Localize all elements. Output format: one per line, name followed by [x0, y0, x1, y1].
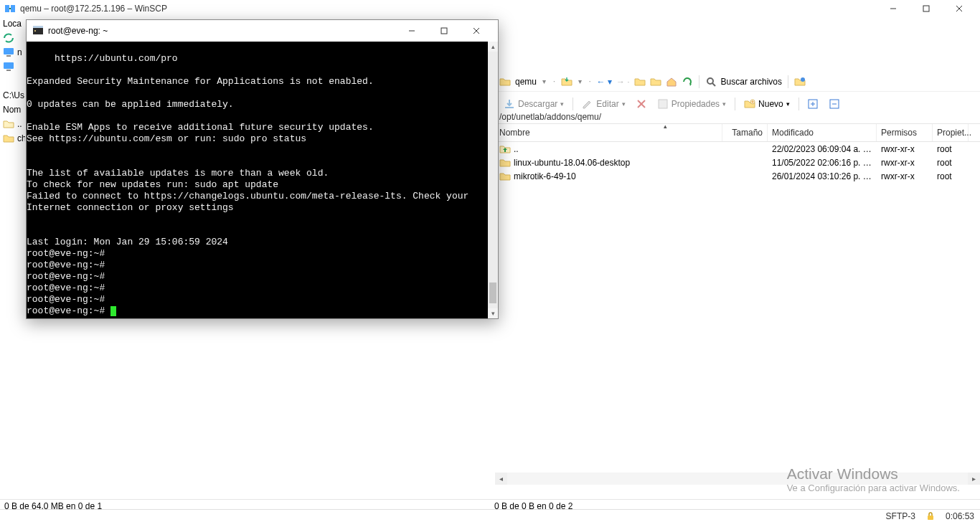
protocol-label: SFTP-3	[886, 511, 915, 521]
terminal-close-button[interactable]	[460, 20, 492, 42]
folder-icon	[499, 157, 511, 169]
local-row-1[interactable]: ch	[0, 131, 25, 146]
delete-icon	[637, 100, 646, 108]
terminal-maximize-button[interactable]	[428, 20, 460, 42]
toolbar-row	[0, 31, 25, 45]
col-owner[interactable]: Propiet...	[933, 124, 969, 141]
putty-icon	[32, 25, 44, 37]
svg-rect-3	[923, 6, 929, 11]
svg-rect-13	[505, 107, 514, 108]
search-files-button[interactable]: Buscar archivos	[721, 77, 782, 87]
horizontal-scrollbar[interactable]: ◂ ▸	[495, 473, 980, 485]
remote-breadcrumb-row: qemu ▾ · ▾ · ← ▾ → · Buscar archivos	[495, 72, 980, 91]
sync-icon[interactable]	[3, 32, 14, 44]
close-button[interactable]	[943, 0, 976, 16]
maximize-button[interactable]	[910, 0, 943, 16]
svg-rect-20	[928, 516, 933, 520]
local-header[interactable]: Nom	[0, 103, 25, 117]
col-size[interactable]: Tamaño	[722, 124, 768, 141]
monitor-icon	[3, 47, 14, 58]
svg-line-11	[712, 83, 715, 86]
folder-icon	[499, 171, 511, 182]
folder-tree-icon[interactable]	[650, 76, 661, 87]
terminal-minimize-button[interactable]	[395, 20, 428, 42]
session-time: 0:06:53	[946, 511, 974, 521]
scroll-up-icon[interactable]: ▴	[488, 42, 498, 52]
remote-folder-name[interactable]: qemu	[515, 77, 537, 87]
svg-rect-16	[659, 100, 667, 108]
download-button[interactable]: Descargar▾	[499, 97, 568, 111]
plus-button[interactable]	[804, 98, 822, 110]
folder-nav-icon[interactable]	[561, 76, 573, 87]
svg-rect-22	[33, 26, 43, 28]
svg-point-12	[801, 77, 805, 82]
minus-button[interactable]	[825, 98, 844, 110]
sort-asc-icon: ▴	[664, 123, 667, 130]
svg-point-23	[34, 30, 36, 32]
svg-point-10	[707, 78, 713, 84]
scrollbar-thumb[interactable]	[489, 283, 496, 303]
file-row[interactable]: mikrotik-6-49-1026/01/2024 03:10:26 p. m…	[495, 169, 980, 183]
parent-folder-icon	[499, 143, 511, 155]
back-button[interactable]: ← ▾	[597, 77, 612, 87]
winscp-icon	[4, 3, 16, 14]
dropdown-icon[interactable]: ▾	[542, 77, 546, 85]
local-up-row[interactable]: ..	[0, 117, 25, 131]
folder-icon	[499, 76, 511, 87]
terminal-window: root@eve-ng: ~ https://ubuntu.com/pro Ex…	[26, 19, 499, 319]
svg-rect-1	[11, 5, 15, 12]
svg-rect-25	[441, 28, 447, 34]
remote-file-list: Nombre ▴ Tamaño Modificado Permisos Prop…	[495, 124, 980, 497]
svg-rect-8	[4, 62, 14, 69]
dropdown-icon[interactable]: ▾	[578, 77, 582, 85]
edit-button[interactable]: Editar▾	[578, 97, 629, 111]
file-row[interactable]: ..22/02/2023 06:09:04 a. m.rwxr-xr-xroot	[495, 142, 980, 156]
local-path: C:\Us	[0, 88, 25, 103]
forward-button[interactable]: → ·	[616, 77, 630, 87]
lock-icon	[925, 511, 936, 521]
scroll-right-icon[interactable]: ▸	[968, 473, 980, 485]
main-title-text: qemu – root@172.25.1.196 – WinSCP	[20, 4, 877, 14]
edit-icon	[582, 98, 593, 110]
svg-rect-0	[5, 5, 9, 12]
svg-rect-7	[6, 55, 11, 57]
file-row[interactable]: linux-ubuntu-18.04.06-desktop11/05/2022 …	[495, 156, 980, 169]
svg-rect-6	[4, 48, 14, 54]
monitor-icon	[3, 61, 14, 72]
main-titlebar: qemu – root@172.25.1.196 – WinSCP	[0, 0, 980, 16]
local-drive2[interactable]	[0, 60, 25, 74]
footer-statusbar: SFTP-3 0:06:53	[0, 509, 980, 522]
remote-top: qemu ▾ · ▾ · ← ▾ → · Buscar archivos Des…	[495, 72, 980, 116]
download-icon	[504, 98, 515, 110]
local-panel-strip: Loca n C:\Us Nom .. ch	[0, 16, 25, 497]
delete-button[interactable]	[633, 98, 650, 110]
terminal-title-text: root@eve-ng: ~	[48, 26, 395, 36]
terminal-titlebar[interactable]: root@eve-ng: ~	[27, 20, 498, 42]
local-tab[interactable]: Loca	[0, 16, 25, 31]
parent-folder-icon	[3, 118, 14, 130]
remote-path[interactable]: /opt/unetlab/addons/qemu/	[495, 110, 980, 124]
col-modified[interactable]: Modificado	[768, 124, 877, 141]
bookmark-icon[interactable]	[794, 76, 806, 87]
new-folder-icon	[744, 98, 755, 110]
svg-rect-9	[6, 70, 11, 71]
properties-button[interactable]: Propiedades▾	[653, 97, 730, 111]
file-list-header[interactable]: Nombre ▴ Tamaño Modificado Permisos Prop…	[495, 124, 980, 142]
col-name[interactable]: Nombre	[495, 124, 722, 141]
scroll-down-icon[interactable]: ▾	[488, 308, 498, 318]
minimize-button[interactable]	[877, 0, 910, 16]
terminal-content[interactable]: https://ubuntu.com/pro Expanded Security…	[27, 42, 488, 318]
col-perms[interactable]: Permisos	[877, 124, 933, 141]
terminal-scrollbar[interactable]: ▴ ▾	[488, 42, 498, 318]
scroll-left-icon[interactable]: ◂	[495, 473, 507, 485]
refresh-icon[interactable]	[682, 76, 693, 87]
folder-icon	[3, 133, 14, 144]
new-button[interactable]: Nuevo▾	[740, 97, 794, 111]
folder-up-icon[interactable]	[634, 76, 646, 87]
local-drive[interactable]: n	[0, 45, 25, 60]
properties-icon	[657, 98, 669, 110]
home-icon[interactable]	[666, 76, 677, 87]
search-icon[interactable]	[705, 76, 717, 87]
